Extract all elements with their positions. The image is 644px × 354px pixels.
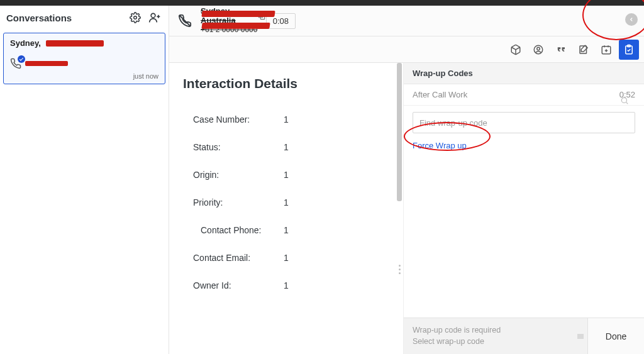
edit-note-icon[interactable]: [574, 40, 594, 60]
status-badge-icon: [18, 55, 25, 63]
wrapup-header: Wrap-up Codes: [404, 63, 644, 84]
package-icon[interactable]: [506, 40, 526, 60]
app-topbar: [0, 0, 644, 6]
sidebar-header: Conversations: [0, 6, 169, 30]
header-contact-name: Sydney, Australia: [201, 7, 252, 26]
close-panel-button[interactable]: [625, 13, 638, 26]
wrapup-pane: Wrap-up Codes After Call Work 0:52 Force…: [403, 63, 644, 354]
main-panel: Sydney, Australia +61 2 0000 0000 0:08: [169, 6, 644, 354]
conversation-name-prefix: Sydney,: [10, 38, 41, 48]
wrapup-select-msg: Select wrap-up code: [413, 336, 569, 348]
detail-label: Priority:: [183, 197, 284, 207]
svg-point-9: [537, 47, 540, 50]
interaction-details-pane: Interaction Details Case Number: 1 Statu…: [169, 63, 396, 354]
svg-point-1: [151, 13, 155, 18]
detail-value: 1: [284, 114, 309, 124]
detail-label: Case Number:: [183, 114, 284, 124]
add-person-icon[interactable]: [148, 11, 161, 24]
wrapup-required-msg: Wrap-up code is required: [413, 325, 569, 336]
detail-value: 1: [284, 280, 309, 290]
detail-value: 1: [284, 253, 309, 263]
conversation-agent-name: [25, 59, 68, 68]
conversation-timestamp: just now: [133, 72, 158, 80]
detail-value: 1: [284, 142, 309, 152]
redaction-bar: [46, 40, 104, 47]
wrapup-icon[interactable]: [619, 40, 639, 60]
detail-label: Status:: [183, 142, 284, 152]
schedule-icon[interactable]: [596, 40, 616, 60]
detail-label: Contact Email:: [183, 253, 284, 263]
header-contact-phone: +61 2 0000 0000: [201, 26, 266, 35]
acw-label: After Call Work: [413, 90, 467, 99]
profile-icon[interactable]: [528, 40, 548, 60]
splitter-grip-icon: [396, 263, 403, 275]
detail-row-contact-phone: Contact Phone: 1: [183, 216, 382, 244]
content-body: Interaction Details Case Number: 1 Statu…: [169, 63, 644, 354]
done-button[interactable]: Done: [587, 318, 644, 355]
conversation-item[interactable]: Sydney, just now: [3, 33, 165, 84]
details-heading: Interaction Details: [183, 75, 382, 92]
detail-row-case-number: Case Number: 1: [183, 106, 382, 133]
detail-row-status: Status: 1: [183, 133, 382, 161]
wrapup-search-input[interactable]: [413, 112, 635, 133]
call-timer: 0:08: [266, 13, 296, 29]
phone-hangup-icon: [10, 58, 21, 69]
force-wrapup-link[interactable]: Force Wrap up: [413, 141, 467, 150]
detail-value: 1: [284, 170, 309, 180]
detail-row-owner-id: Owner Id: 1: [183, 272, 382, 299]
detail-label: Origin:: [183, 170, 284, 180]
pane-splitter[interactable]: [396, 63, 403, 354]
detail-row-contact-email: Contact Email: 1: [183, 244, 382, 272]
wrapup-footer: Wrap-up code is required Select wrap-up …: [404, 318, 644, 354]
after-call-work-row: After Call Work 0:52: [404, 84, 644, 106]
conversations-sidebar: Conversations Sydney,: [0, 6, 169, 354]
detail-label: Contact Phone:: [183, 225, 284, 235]
sidebar-title: Conversations: [6, 13, 72, 23]
acw-timer: 0:52: [619, 90, 635, 99]
detail-value: 1: [284, 197, 309, 207]
detail-row-origin: Origin: 1: [183, 161, 382, 189]
app-shell: Conversations Sydney,: [0, 6, 644, 354]
svg-point-0: [134, 16, 137, 19]
quote-icon[interactable]: [551, 40, 571, 60]
phone-slash-icon: [178, 14, 192, 28]
contact-header: Sydney, Australia +61 2 0000 0000 0:08: [169, 6, 644, 36]
detail-value: 1: [284, 225, 309, 235]
action-toolbar: [169, 36, 644, 63]
gear-icon[interactable]: [130, 12, 141, 23]
detail-row-priority: Priority: 1: [183, 189, 382, 216]
divider-square: [577, 334, 584, 339]
detail-label: Owner Id:: [183, 280, 284, 290]
copy-icon[interactable]: [257, 12, 266, 21]
